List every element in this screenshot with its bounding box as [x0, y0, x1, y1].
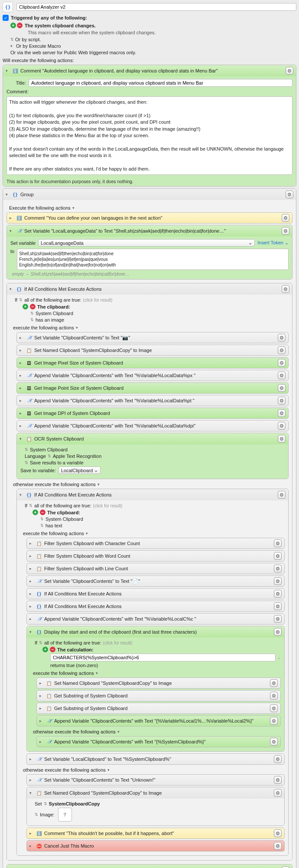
updown-icon[interactable]: ⇅ — [10, 37, 14, 42]
variable-icon: 𝒳 — [16, 228, 22, 234]
or-exec-macro: Or by Execute Macro — [16, 43, 61, 49]
enabled-checkbox[interactable]: ✓ — [3, 15, 9, 21]
empty-hint: empty → Shell,sh|zsh|awk|sed|if|then|ech… — [12, 272, 289, 276]
or-script: Or by script. — [15, 37, 41, 42]
clipboard-icon: 📋 — [26, 436, 32, 442]
add-trigger-button[interactable]: + — [10, 23, 16, 28]
updown-icon[interactable]: ⇅ — [19, 298, 23, 302]
display-start-end-action: ▾ {} Display the start and end of the cl… — [26, 626, 285, 752]
save-variable-select[interactable]: LocalClipboard⌄ — [58, 467, 101, 474]
if-conditions-action: ▾ {} If All Conditions Met Execute Actio… — [6, 283, 292, 861]
gear-button[interactable]: ⚙ — [286, 67, 293, 75]
chevron-down-icon[interactable]: ▾ — [72, 206, 77, 210]
remove-condition-button[interactable]: − — [30, 304, 36, 309]
doc-note: This action is for documentation purpose… — [3, 178, 296, 186]
macro-icon: {} — [3, 2, 13, 12]
action-row[interactable]: ▸📋Set Named Clipboard "SystemClipboardCo… — [16, 345, 289, 356]
if-conditions-action-2: ▾ {} If All Conditions Met Execute Actio… — [16, 489, 289, 856]
variable-name-select[interactable]: LocalLanguageData⌄ — [38, 239, 255, 247]
remove-trigger-button[interactable]: − — [17, 23, 23, 28]
if-icon: {} — [16, 286, 22, 292]
set-variable-action: ▾ 𝒳 Set Variable "LocalLanguageData" to … — [6, 225, 292, 279]
gear-button[interactable]: ⚙ — [282, 214, 289, 222]
comment-title-input[interactable] — [29, 79, 292, 87]
info-icon: ℹ️ — [12, 68, 18, 74]
gear-button[interactable]: ⚙ — [286, 191, 293, 198]
trigger-header: Triggered by any of the following: — [11, 15, 87, 20]
separate-action: ▾ ▪ Separate our local copy of cllipboar… — [6, 864, 292, 868]
will-execute-label: Will execute the following actions: — [3, 58, 296, 63]
set-named-clipboard-action: ▾ 📋 Set Named Clipboard "SystemClipboard… — [26, 787, 285, 826]
macro-title-bar: {} — [3, 2, 296, 12]
gear-button[interactable]: ⚙ — [282, 227, 289, 235]
chevron-down-icon[interactable]: ▾ — [10, 44, 15, 48]
comment-body-textarea[interactable]: This action will trigger whenever the cl… — [6, 96, 292, 175]
group-action: ▾ {} Group ⚙ Execute the following actio… — [3, 188, 296, 868]
comment-action-1: ▾ ℹ️ Comment "Autodetect language in cli… — [3, 65, 296, 187]
action-row[interactable]: ▸🖼Get Image Pixel Size of System Clipboa… — [16, 357, 289, 368]
insert-token-button[interactable]: Insert Token ⌄ — [257, 240, 289, 246]
action-row[interactable]: ▸𝒳Append Variable "ClipboardContents" wi… — [16, 420, 289, 431]
action-row[interactable]: ▸🖼Get Image DPI of System Clipboard⚙ — [16, 408, 289, 419]
image-well[interactable]: ? — [58, 808, 72, 822]
image-icon: 🖼 — [26, 360, 32, 366]
ocr-action: ▾ 📋 OCR System Clipboard ⚙ ⇅System Clipb… — [16, 433, 289, 479]
group-icon: {} — [12, 191, 18, 197]
variable-value-textarea[interactable]: Shell,sh|zsh|awk|sed|if|then|echo|bin|ca… — [17, 249, 289, 270]
trigger-desc: This macro will execute when the system … — [28, 30, 296, 35]
action-row[interactable]: ▸🖼Get Image Point Size of System Clipboa… — [16, 382, 289, 394]
action-row[interactable]: ▸𝒳Append Variable "ClipboardContents" wi… — [16, 370, 289, 381]
info-icon: ℹ️ — [16, 215, 22, 221]
trigger-line: The system clipboard changes. — [25, 23, 96, 28]
chevron-right-icon[interactable]: ▸ — [10, 216, 14, 220]
action-row[interactable]: ▸𝒳Set Variable "ClipboardContents" to Te… — [16, 332, 289, 343]
clipboard-icon: 📋 — [26, 347, 32, 353]
chevron-down-icon[interactable]: ▾ — [10, 287, 14, 291]
action-row[interactable]: ▸𝒳Append Variable "ClipboardContents" wi… — [16, 395, 289, 406]
chevron-down-icon[interactable]: ▾ — [6, 192, 10, 197]
or-web: Or via the web server for Public Web tri… — [10, 50, 136, 55]
gear-button[interactable]: ⚙ — [282, 285, 289, 293]
cancel-icon: ⛔ — [36, 843, 42, 849]
macro-name-input[interactable] — [16, 3, 296, 11]
comment-action-2[interactable]: ▸ ℹ️ Comment "You can define your own la… — [6, 212, 292, 224]
chevron-down-icon[interactable]: ▾ — [10, 229, 14, 233]
chevron-down-icon[interactable]: ▾ — [6, 69, 10, 73]
trigger-header-row: ✓ Triggered by any of the following: — [3, 15, 296, 21]
calc-input[interactable] — [50, 654, 276, 661]
add-condition-button[interactable]: + — [23, 304, 28, 309]
